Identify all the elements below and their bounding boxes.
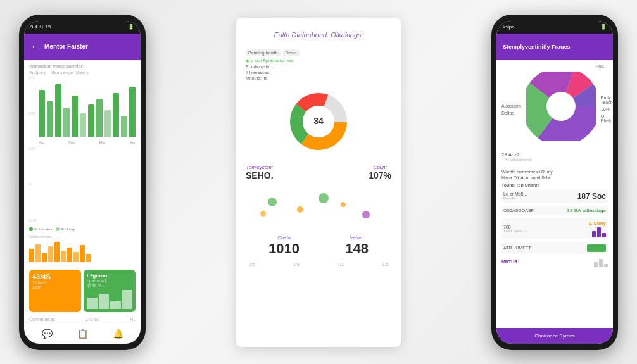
mbar5-3 [604,264,608,267]
y-axis-label: E25 [29,147,37,151]
right-nav-label[interactable]: Chotrance Symes [534,333,575,339]
bottom-label-2: 275 S6 [85,317,99,322]
stat2-label: Count [369,165,391,170]
bottom-card-2[interactable]: L3gmwn cpama att. Ipmc m... [84,270,136,312]
left-status-bar: 9:4 ↑↓ 15 🔋 [24,21,141,34]
left-phone-nav: 💬 📋 🔔 [24,323,141,344]
donut-svg: 34 [287,90,350,153]
nav-chat-icon[interactable]: 💬 [42,329,53,339]
stat-badge-4 [587,244,606,252]
left-phone-title: Mentor Faister [44,43,88,50]
right-stat-4: ATR LUMEET: [501,242,608,254]
secondary-chart-label: Communicas [29,235,136,239]
stat-label-5: MRTUR: [501,260,519,264]
donut-center-value: 34 [313,116,324,126]
pie-left-labels: Alossuam Deltbe [501,104,521,115]
stat-label-1: Lu er Mo5... [503,192,527,196]
card2-title: cpama att. [87,279,132,283]
sec-bar-4 [48,246,53,262]
back-arrow-icon[interactable]: ← [30,41,41,53]
right-status-bar: kslpo 🔋 [496,21,613,34]
scatter-dot-5 [362,211,370,218]
mbar-2 [597,227,601,237]
bottom-label-3: Rl. [130,317,136,322]
stat-left-3: 788 Tlot Clabnd U. [503,225,527,233]
pie-rlabel-1: Emty Teacher [601,96,613,104]
sec-bar-2 [35,244,41,262]
stat-label-3: 788 [503,225,527,229]
card1-value: 43/4S [32,273,78,280]
x-axis-labels: JanFebMarApr [39,141,136,144]
mbar-3 [602,233,606,237]
right-stat-5: MRTUR: [501,257,608,267]
right-stat-3: 788 Tlot Clabnd U. E Sbny [501,218,608,239]
bar-5 [72,96,78,136]
chart-legend: Xclinication Addpory [29,227,136,231]
center-stat-2: Count 107% [369,165,391,180]
legend-item-1: Xclinication [29,227,53,231]
sec-bar-5 [54,242,60,262]
nav-doc-icon[interactable]: 📋 [77,329,88,339]
center-text-4: Mnouts: Itel [246,76,391,80]
legend-dot-lightgreen [56,227,60,231]
center-label-1: 7/5 [249,262,255,267]
bottom-card-1[interactable]: 43/4S Tmasis 2Zm [29,270,81,312]
center-donut-chart: 34 [287,90,350,153]
stat-value-1: 187 Soc [577,192,606,201]
scatter-dot-3 [318,193,329,203]
pie-label-2: Deltbe [501,111,521,115]
center-stat-row-1: Tomikycom: SEHO. Count 107% [246,165,391,180]
mbar5-1 [594,262,598,267]
mbar-1 [592,231,596,237]
secondary-chart: Communicas [29,235,136,262]
pie-chart-container [526,72,596,147]
av-label: -- Av Whoidetered [501,158,532,161]
stat-sublabel-3: Tlot Clabnd U. [503,229,527,233]
right-stat-2: OS5ASGOASF: 39 SA alibnabge [501,206,608,215]
legend-dot-green [29,227,33,231]
stat-left-1: Lu er Mo5... Pooslie. [503,192,527,200]
found-label: Tound Ten Unanr: [501,183,608,187]
stat-sublabel-1: Pooslie. [503,196,527,200]
sec-bar-1 [29,249,34,262]
center-stats-area: Tomikycom: SEHO. Count 107% [246,165,391,267]
sec-bar-7 [67,248,72,262]
bar-2 [47,101,53,136]
pie-label-1: Alossuam [501,104,521,108]
chart-subtitle: Xclinication mome saomter: [29,64,136,68]
bar-8 [96,99,103,137]
bar-3 [55,84,61,137]
bar-11 [121,116,127,136]
big-num-2: Vetun: 148 [345,235,369,257]
stat-label-2: OS5ASGOASF: [503,208,535,213]
center-badges: Pending health Desc. [246,49,391,56]
big-num-1-label: Cbela [268,235,300,241]
center-label-2: 1/3 [293,262,300,267]
bar-6 [80,113,86,137]
right-phone-header: Stemplyventinitly Fraues [496,34,613,60]
right-phone: kslpo 🔋 Stemplyventinitly Fraues Rha. Al… [491,15,618,350]
badge-desc: Desc. [283,49,300,56]
mini-bar-3 [110,301,121,309]
main-scene: 9:4 ↑↓ 15 🔋 ← Mentor Faister Xclinicatio… [0,0,637,364]
legend-item-2: Addpory [56,227,75,231]
big-numbers-area: Cbela 1010 Vetun: 148 [246,235,391,257]
center-bottom-labels: 7/5 1/3 7/2 3.5 [246,262,391,267]
nav-bell-icon[interactable]: 🔔 [113,329,123,339]
pie-right-labels: Emty Teacher 10% O Pbeto [601,96,613,123]
center-stat-1: Tomikycom: SEHO. [246,165,274,180]
y-axis-label: E/5 [29,76,37,80]
sec-bar-9 [80,245,85,261]
bottom-label-1: Communicas [29,317,55,322]
left-phone: 9:4 ↑↓ 15 🔋 ← Mentor Faister Xclinicatio… [19,15,146,350]
bar-1 [39,90,45,137]
right-stat-1: Lu er Mo5... Pooslie. 187 Soc [501,190,608,203]
scatter-dot-2 [297,206,303,213]
bar-4 [63,108,70,137]
mini-bars-5 [594,257,608,267]
sec-bar-6 [61,251,66,262]
right-battery-icon: 🔋 [600,24,607,30]
bar-10 [113,93,119,137]
big-num-2-label: Vetun: [345,235,369,241]
pie-row: Alossuam Deltbe [501,68,608,151]
